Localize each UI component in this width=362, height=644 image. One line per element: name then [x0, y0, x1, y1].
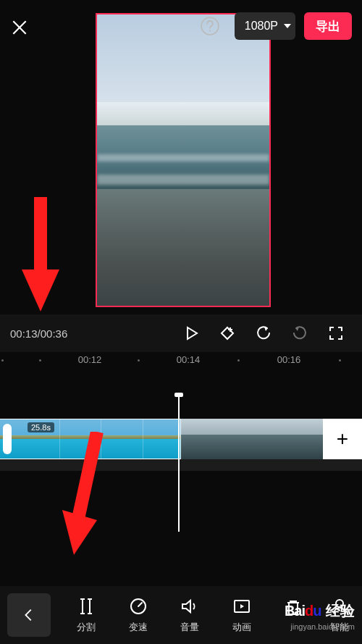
back-button[interactable]: [7, 593, 51, 637]
add-clip-button[interactable]: +: [323, 419, 362, 459]
top-bar: 1080P 导出: [0, 0, 362, 52]
animation-tool[interactable]: 动画: [216, 596, 267, 634]
speed-tool[interactable]: 变速: [113, 596, 164, 634]
resolution-label: 1080P: [245, 20, 278, 33]
playback-bar: 00:13/00:36: [0, 314, 362, 352]
timeline[interactable]: 25.8s +: [0, 419, 362, 459]
annotation-arrow: [19, 197, 62, 311]
redo-button[interactable]: [284, 317, 316, 349]
split-tool[interactable]: 分割: [61, 596, 111, 634]
timecode: 00:13/00:36: [10, 327, 67, 340]
track-strip: [0, 459, 362, 471]
svg-point-1: [209, 30, 211, 31]
chevron-down-icon: [284, 24, 291, 28]
preview-mountain: [97, 102, 269, 125]
video-clip-2[interactable]: [181, 419, 323, 459]
clip-trim-handle[interactable]: [3, 424, 12, 454]
watermark: Baidu 经验 jingyan.baidu.com: [285, 601, 355, 631]
close-icon[interactable]: [10, 18, 29, 37]
ruler-label: 00:14: [177, 354, 201, 365]
svg-point-0: [201, 17, 219, 35]
export-button[interactable]: 导出: [304, 12, 352, 40]
video-preview[interactable]: [96, 13, 271, 307]
ruler-label: 00:16: [277, 354, 301, 365]
preview-shore: [97, 189, 269, 306]
clip-duration-badge: 25.8s: [28, 422, 54, 432]
video-editor-app: 1080P 导出 00:13/00:36: [0, 0, 362, 644]
keyframe-button[interactable]: [211, 317, 243, 349]
volume-tool[interactable]: 音量: [164, 596, 215, 634]
play-button[interactable]: [175, 317, 207, 349]
playhead[interactable]: [178, 394, 180, 532]
ruler-label: 00:12: [78, 354, 102, 365]
resolution-select[interactable]: 1080P: [235, 12, 295, 40]
help-icon[interactable]: [200, 16, 220, 36]
fullscreen-button[interactable]: [320, 317, 352, 349]
time-ruler[interactable]: 00:12 00:14 00:16: [0, 352, 362, 371]
undo-button[interactable]: [248, 317, 279, 349]
video-clip-1[interactable]: 25.8s: [0, 419, 181, 459]
